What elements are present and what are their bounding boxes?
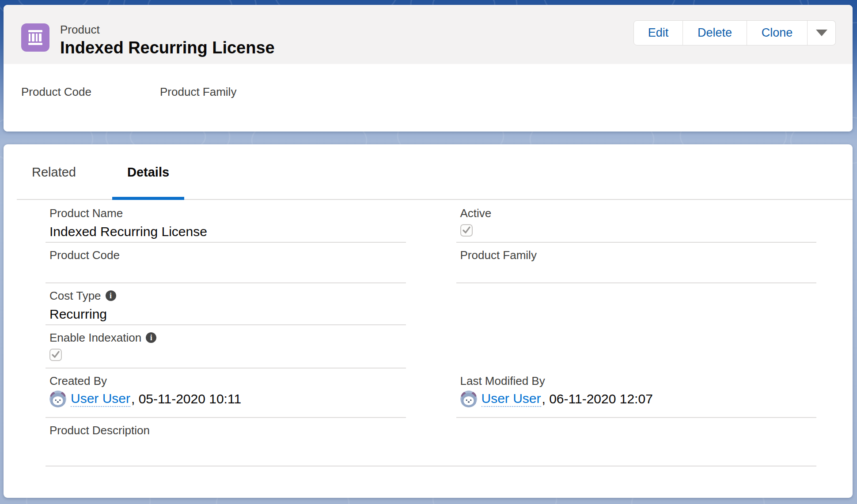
record-detail-card: Related Details Product Name Indexed Rec… bbox=[4, 144, 853, 498]
created-by-label: Created By bbox=[49, 374, 406, 388]
field-last-modified-by: Last Modified By User User , 06-1 bbox=[456, 369, 817, 418]
highlight-product-code-label: Product Code bbox=[21, 85, 91, 99]
tab-bar: Related Details bbox=[4, 144, 853, 200]
field-product-description: Product Description bbox=[46, 418, 816, 466]
tab-related[interactable]: Related bbox=[17, 144, 91, 200]
product-family-label: Product Family bbox=[460, 248, 817, 262]
empty-cell bbox=[456, 283, 817, 325]
cost-type-value: Recurring bbox=[49, 306, 406, 323]
field-cost-type: Cost Type i Recurring bbox=[46, 283, 406, 325]
user-avatar[interactable] bbox=[49, 391, 66, 407]
field-active: Active bbox=[456, 201, 817, 243]
cost-type-info-icon[interactable]: i bbox=[106, 290, 116, 301]
field-product-code: Product Code bbox=[46, 243, 406, 283]
product-name-label: Product Name bbox=[49, 206, 406, 220]
field-product-name: Product Name Indexed Recurring License bbox=[46, 201, 406, 243]
field-enable-indexation: Enable Indexation i bbox=[46, 325, 406, 369]
caret-down-icon bbox=[816, 30, 827, 36]
active-checkbox bbox=[460, 224, 473, 237]
highlight-product-family-label: Product Family bbox=[160, 85, 236, 99]
clone-button[interactable]: Clone bbox=[747, 20, 808, 45]
product-code-label: Product Code bbox=[49, 248, 406, 262]
product-icon bbox=[21, 23, 49, 52]
edit-button[interactable]: Edit bbox=[633, 20, 683, 45]
empty-cell bbox=[456, 325, 817, 369]
enable-indexation-label: Enable Indexation i bbox=[49, 331, 406, 345]
page-title: Indexed Recurring License bbox=[60, 38, 275, 58]
delete-button[interactable]: Delete bbox=[683, 20, 747, 45]
enable-indexation-info-icon[interactable]: i bbox=[146, 332, 156, 343]
detail-field-grid: Product Name Indexed Recurring License A… bbox=[4, 200, 853, 466]
last-modified-by-timestamp: , 06-11-2020 12:07 bbox=[542, 391, 653, 406]
created-by-user-link[interactable]: User User bbox=[71, 391, 130, 407]
more-actions-button[interactable] bbox=[808, 20, 836, 45]
user-avatar[interactable] bbox=[460, 391, 477, 407]
tab-details[interactable]: Details bbox=[112, 144, 184, 200]
created-by-timestamp: , 05-11-2020 10:11 bbox=[131, 391, 241, 406]
enable-indexation-checkbox bbox=[49, 349, 62, 361]
record-header-card: Product Indexed Recurring License Edit D… bbox=[4, 5, 853, 132]
field-created-by: Created By User User , 05-11-2020 bbox=[46, 369, 406, 418]
product-description-label: Product Description bbox=[49, 423, 816, 437]
record-action-group: Edit Delete Clone bbox=[633, 20, 836, 45]
active-label: Active bbox=[460, 206, 817, 220]
entity-label: Product bbox=[60, 23, 275, 37]
last-modified-by-label: Last Modified By bbox=[460, 374, 817, 388]
field-product-family: Product Family bbox=[456, 243, 817, 283]
highlights-panel: Product Code Product Family bbox=[4, 64, 853, 132]
cost-type-label: Cost Type i bbox=[49, 289, 406, 303]
product-name-value: Indexed Recurring License bbox=[49, 223, 406, 240]
record-header: Product Indexed Recurring License Edit D… bbox=[4, 5, 853, 64]
last-modified-by-user-link[interactable]: User User bbox=[482, 391, 541, 407]
